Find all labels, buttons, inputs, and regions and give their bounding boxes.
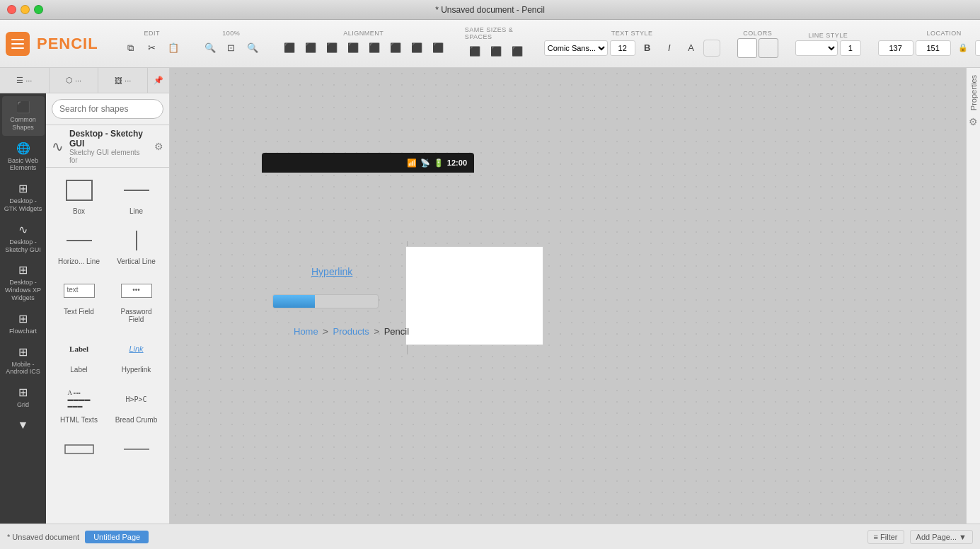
zoom-fit-button[interactable]: ⊡ xyxy=(221,38,241,58)
shape-hyperlink[interactable]: Link Hyperlink xyxy=(111,332,162,376)
italic-button[interactable]: I xyxy=(659,38,679,58)
shape-hline[interactable]: Horizo... Line xyxy=(54,224,105,268)
paste-button[interactable]: 📋 xyxy=(163,38,183,58)
line-style-select[interactable] xyxy=(795,40,838,56)
layers-tab[interactable]: ☰ ··· xyxy=(0,68,50,93)
close-button[interactable] xyxy=(7,5,16,14)
sidebar-item-more[interactable]: ▼ xyxy=(2,415,45,436)
align-top-button[interactable]: ⬛ xyxy=(343,38,363,58)
hamburger-button[interactable] xyxy=(6,32,30,56)
maximize-button[interactable] xyxy=(34,5,43,14)
stroke-color-swatch[interactable] xyxy=(759,38,778,58)
layers-dots: ··· xyxy=(25,76,32,85)
chevron-down-icon: ▼ xyxy=(959,533,967,541)
properties-label[interactable]: Properties xyxy=(969,75,978,110)
sidebar-item-common-shapes[interactable]: ⬛ Common Shapes xyxy=(2,96,45,136)
shape-label[interactable]: Label Label xyxy=(54,332,105,376)
align-left-button[interactable]: ⬛ xyxy=(279,38,299,58)
properties-settings-icon[interactable]: ⚙ xyxy=(969,116,978,127)
align-bottom-button[interactable]: ⬛ xyxy=(386,38,405,58)
window-controls[interactable] xyxy=(7,5,43,14)
zoom-out-button[interactable]: 🔍 xyxy=(200,38,220,58)
shape-breadcrumb[interactable]: H>P>C Bread Crumb xyxy=(111,382,162,427)
pin-button[interactable]: 📌 xyxy=(148,68,169,93)
font-size-input[interactable] xyxy=(610,40,635,56)
shape-html-texts[interactable]: A ▪▪▪▪ ▬▬▬▬ ▬▬▬ HTML Texts xyxy=(54,382,105,427)
cut-button[interactable]: ✂ xyxy=(142,38,162,58)
filter-button[interactable]: ≡ Filter xyxy=(867,530,904,544)
lock-button[interactable]: 🔒 xyxy=(953,38,973,58)
zoom-in-button[interactable]: 🔍 xyxy=(243,38,263,58)
add-page-button[interactable]: Add Page... ▼ xyxy=(910,530,973,544)
shape-text-field[interactable]: text Text Field xyxy=(54,274,105,326)
linestyle-buttons xyxy=(795,40,861,56)
shape-password-field[interactable]: ••• Password Field xyxy=(111,274,162,326)
sketchy-icon: ∿ xyxy=(18,223,28,236)
hline-shape-icon xyxy=(64,228,95,253)
toolbar-edit-section: EDIT ⧉ ✂ 📋 xyxy=(118,30,186,58)
alignment-label: ALIGNMENT xyxy=(343,30,384,37)
sizes-label: SAME SIZES & SPACES xyxy=(465,26,527,40)
location-x-input[interactable] xyxy=(878,40,913,56)
shape-line[interactable]: Line xyxy=(111,173,162,218)
canvas-progress-fill xyxy=(273,295,315,308)
breadcrumb-label: Bread Crumb xyxy=(115,416,157,424)
font-select[interactable]: Comic Sans... xyxy=(544,40,608,56)
align-center-button[interactable]: ⬛ xyxy=(301,38,321,58)
sidebar-item-grid[interactable]: ⊞ Grid xyxy=(2,381,45,413)
basic-web-icon: 🌐 xyxy=(16,141,30,155)
sidebar-item-winxp[interactable]: ⊞ Desktop - Windows XP Widgets xyxy=(2,259,45,306)
canvas-white-box xyxy=(405,246,543,345)
location-y-input[interactable] xyxy=(916,40,951,56)
breadcrumb-home[interactable]: Home xyxy=(294,326,318,337)
document-tab[interactable]: * Unsaved document xyxy=(7,533,79,541)
canvas-area[interactable]: 📶 📡 🔋 12:00 Hyperlink Home > Products > … xyxy=(170,68,966,524)
shapes-row-3: text Text Field ••• Password Field xyxy=(52,274,163,326)
align-middle-button[interactable]: ⬛ xyxy=(364,38,384,58)
fill-color-swatch[interactable] xyxy=(737,38,757,58)
align-right-button[interactable]: ⬛ xyxy=(322,38,342,58)
sidebar-item-gtk[interactable]: ⊞ Desktop - GTK Widgets xyxy=(2,178,45,217)
breadcrumb-current: Pencil xyxy=(384,326,409,337)
images-tab[interactable]: 🖼 ··· xyxy=(98,68,148,93)
bold-button[interactable]: B xyxy=(638,38,657,58)
shape-library-header: ∿ Desktop - Sketchy GUI Sketchy GUI elem… xyxy=(46,125,169,168)
shapes-icon: ⬡ xyxy=(66,76,73,85)
distribute-h-button[interactable]: ⬛ xyxy=(407,38,427,58)
sidebar-item-basic-web[interactable]: 🌐 Basic Web Elements xyxy=(2,137,45,177)
same-w-button[interactable]: ⬛ xyxy=(465,42,485,62)
edit-label: EDIT xyxy=(144,30,160,37)
line-width-input[interactable] xyxy=(840,40,861,56)
shapes-row-6 xyxy=(52,432,163,466)
breadcrumb-preview: H>P>C xyxy=(125,395,146,403)
sidebar-item-android[interactable]: ⊞ Mobile - Android ICS xyxy=(2,341,45,381)
shapes-row-1: Box Line xyxy=(52,173,163,218)
same-h-button[interactable]: ⬛ xyxy=(486,42,506,62)
canvas-hyperlink[interactable]: Hyperlink xyxy=(311,266,352,277)
zoom-label: 100% xyxy=(222,30,240,37)
active-page-tab[interactable]: Untitled Page xyxy=(85,531,149,543)
shapes-tab[interactable]: ⬡ ··· xyxy=(50,68,99,93)
library-settings-icon[interactable]: ⚙ xyxy=(154,141,163,152)
copy-button[interactable]: ⧉ xyxy=(121,38,141,58)
window-title: * Unsaved document - Pencil xyxy=(435,5,545,15)
shape-extra-1[interactable] xyxy=(54,432,105,466)
minimize-button[interactable] xyxy=(21,5,30,14)
distribute-v-button[interactable]: ⬛ xyxy=(428,38,448,58)
shape-vline[interactable]: Vertical Line xyxy=(111,224,162,268)
breadcrumb-products[interactable]: Products xyxy=(333,326,369,337)
text-bg-button[interactable] xyxy=(703,40,720,57)
library-icon: ∿ xyxy=(52,138,64,155)
common-shapes-icon: ⬛ xyxy=(16,100,30,114)
location-w-input[interactable] xyxy=(975,40,980,56)
shape-extra-2[interactable] xyxy=(111,432,162,466)
underline-button[interactable]: A xyxy=(681,38,701,58)
same-both-button[interactable]: ⬛ xyxy=(507,42,527,62)
hamburger-line-1 xyxy=(11,39,24,40)
shapes-row-2: Horizo... Line Vertical Line xyxy=(52,224,163,268)
sidebar-item-flowchart[interactable]: ⊞ Flowchart xyxy=(2,308,45,340)
sidebar-item-sketchy-gui[interactable]: ∿ Desktop - Sketchy GUI xyxy=(2,219,45,258)
search-input[interactable] xyxy=(52,99,163,119)
label-preview: Label xyxy=(69,345,88,353)
shape-box[interactable]: Box xyxy=(54,173,105,218)
